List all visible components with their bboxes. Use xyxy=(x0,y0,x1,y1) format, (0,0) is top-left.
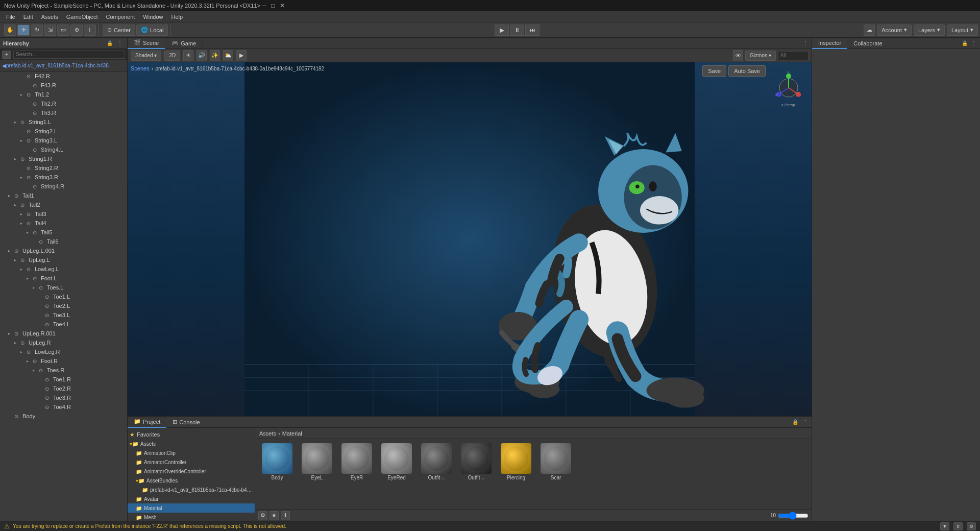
folder-item[interactable]: 📁Mesh xyxy=(128,513,255,521)
asset-item[interactable]: EyeL xyxy=(299,443,335,480)
hierarchy-menu-btn[interactable]: ⋮ xyxy=(116,39,124,47)
hierarchy-item[interactable]: ⊙String4.R xyxy=(0,182,127,191)
shading-dropdown[interactable]: Shaded xyxy=(131,51,161,61)
hierarchy-item[interactable]: ⊙Toe3.R xyxy=(0,393,127,402)
collapse-btn[interactable]: ▼ xyxy=(940,522,949,530)
hierarchy-item[interactable]: ▸⊙UpLeg.L xyxy=(0,255,127,264)
inspector-menu-btn[interactable]: ⋮ xyxy=(970,39,978,47)
asset-item[interactable]: Body xyxy=(259,443,295,480)
asset-item[interactable]: Outfit -. xyxy=(419,443,454,480)
folder-item[interactable]: 📁Avatar xyxy=(128,494,255,503)
tool-rect[interactable]: ▭ xyxy=(57,25,69,36)
scenes-link[interactable]: Scenes xyxy=(131,65,150,71)
gizmos-dropdown[interactable]: Gizmos xyxy=(745,51,776,61)
hierarchy-item[interactable]: ⊙F43.R xyxy=(0,81,127,90)
menu-file[interactable]: File xyxy=(2,13,19,21)
menu-help[interactable]: Help xyxy=(167,13,187,21)
tab-inspector[interactable]: Inspector xyxy=(812,38,847,49)
scene-viewport[interactable]: Scenes › prefab-id-v1_avtr_8161b5ba-71ca… xyxy=(128,62,812,416)
hierarchy-item[interactable]: ▸⊙String1.R xyxy=(0,154,127,163)
fx-btn[interactable]: ✨ xyxy=(210,50,220,61)
status-settings-btn[interactable]: ⚙ xyxy=(967,522,976,530)
folder-item[interactable]: 📁Material xyxy=(128,503,255,513)
folder-item[interactable]: ▾📁Assets xyxy=(128,439,255,448)
hierarchy-item[interactable]: ⊙Toe1.R xyxy=(0,375,127,384)
inspector-lock-btn[interactable]: 🔒 xyxy=(961,39,969,47)
hierarchy-item[interactable]: ⊙Th3.R xyxy=(0,108,127,117)
hierarchy-item[interactable]: ▸⊙UpLeg.R xyxy=(0,338,127,347)
hierarchy-item[interactable]: ▸⊙UpLeg.L.001 xyxy=(0,246,127,255)
asset-item[interactable]: Outfit -. xyxy=(458,443,494,480)
hierarchy-item[interactable]: ⊙Toe4.R xyxy=(0,402,127,412)
minimize-button[interactable]: ─ xyxy=(260,2,267,9)
hierarchy-item[interactable]: ▸⊙LowLeg.L xyxy=(0,264,127,274)
project-lock-btn[interactable]: 🔒 xyxy=(791,418,799,426)
favorites-folder[interactable]: ★ Favorites xyxy=(128,430,255,439)
assets-crumb[interactable]: Assets xyxy=(259,430,276,437)
hierarchy-item[interactable]: ⊙Body xyxy=(0,412,127,421)
tab-scene[interactable]: 🎬 Scene xyxy=(128,38,165,49)
hierarchy-item[interactable]: ▸⊙String3.L xyxy=(0,136,127,145)
hierarchy-lock-btn[interactable]: 🔒 xyxy=(106,39,114,47)
anim-btn[interactable]: ▶ xyxy=(236,50,247,61)
hierarchy-item[interactable]: ⊙Toe4.L xyxy=(0,320,127,329)
hierarchy-item[interactable]: ▸⊙Th1.2 xyxy=(0,90,127,99)
hierarchy-item[interactable]: ⊙Toe2.R xyxy=(0,384,127,393)
hierarchy-item[interactable]: ⊙String2.L xyxy=(0,127,127,136)
menu-edit[interactable]: Edit xyxy=(19,13,37,21)
hierarchy-add-btn[interactable]: + xyxy=(2,51,11,59)
zoom-slider[interactable] xyxy=(778,512,808,519)
hierarchy-item[interactable]: ⊙Th2.R xyxy=(0,99,127,108)
hierarchy-search-input[interactable] xyxy=(13,51,125,59)
hierarchy-item[interactable]: ⊙Toe2.L xyxy=(0,301,127,310)
project-menu-btn[interactable]: ⋮ xyxy=(801,418,810,426)
hierarchy-item[interactable]: ⊙String2.R xyxy=(0,163,127,173)
scene-search-input[interactable] xyxy=(778,51,808,60)
pause-errors-btn[interactable]: ⏸ xyxy=(953,522,963,530)
tool-hand[interactable]: ✋ xyxy=(4,25,16,36)
tool-move[interactable]: ✛ xyxy=(17,25,30,36)
audio-btn[interactable]: 🔊 xyxy=(197,50,207,61)
hierarchy-item[interactable]: ▸⊙String3.R xyxy=(0,173,127,182)
asset-settings-btn[interactable]: ⚙ xyxy=(258,511,267,520)
hierarchy-item[interactable]: ▸⊙UpLeg.R.001 xyxy=(0,329,127,338)
2d-toggle[interactable]: 2D xyxy=(164,51,180,61)
menu-window[interactable]: Window xyxy=(139,13,167,21)
material-crumb[interactable]: Material xyxy=(282,430,302,437)
tab-console[interactable]: ⊞ Console xyxy=(166,417,206,428)
tool-universal[interactable]: ⊕ xyxy=(70,25,83,36)
hierarchy-item[interactable]: ▸⊙Tail2 xyxy=(0,200,127,209)
tool-rotate[interactable]: ↻ xyxy=(31,25,43,36)
hierarchy-item[interactable]: ⊙F42.R xyxy=(0,71,127,81)
folder-item[interactable]: 📁prefab-id-v1_avtr_8161b5ba-71ca-4cbc-b4… xyxy=(128,485,255,494)
pause-button[interactable]: ⏸ xyxy=(510,25,524,36)
asset-item[interactable]: Scar xyxy=(538,443,574,480)
asset-star-btn[interactable]: ★ xyxy=(270,511,279,520)
hide-btn[interactable]: 👁 xyxy=(733,50,743,61)
tab-project[interactable]: 📁 Project xyxy=(128,417,166,428)
hierarchy-item[interactable]: ▸⊙Toes.R xyxy=(0,366,127,375)
folder-item[interactable]: 📁AnimationClip xyxy=(128,448,255,457)
tab-game[interactable]: 🎮 Game xyxy=(165,38,203,49)
close-button[interactable]: ✕ xyxy=(279,2,286,9)
hierarchy-item[interactable]: ▸⊙String1.L xyxy=(0,117,127,127)
menu-assets[interactable]: Assets xyxy=(37,13,62,21)
folder-item[interactable]: ▾📁AssetBundles xyxy=(128,476,255,485)
tool-scale[interactable]: ⇲ xyxy=(44,25,56,36)
back-arrow-icon[interactable]: ◀ xyxy=(2,63,6,68)
hierarchy-item[interactable]: ▸⊙Tail5 xyxy=(0,228,127,237)
asset-item[interactable]: Piercing xyxy=(498,443,534,480)
tool-custom[interactable]: ⁞ xyxy=(84,25,96,36)
scene-view-menu-btn[interactable]: ⋮ xyxy=(801,39,810,47)
menu-gameobject[interactable]: GameObject xyxy=(62,13,102,21)
lighting-btn[interactable]: ☀ xyxy=(183,50,193,61)
menu-component[interactable]: Component xyxy=(102,13,139,21)
sky-btn[interactable]: ⛅ xyxy=(223,50,233,61)
asset-info-btn[interactable]: ℹ xyxy=(281,511,290,520)
layout-dropdown[interactable]: Layout xyxy=(947,25,978,36)
hierarchy-item[interactable]: ⊙Toe1.L xyxy=(0,292,127,301)
hierarchy-item[interactable]: ⊙String4.L xyxy=(0,145,127,154)
cloud-icon-btn[interactable]: ☁ xyxy=(864,25,875,36)
hierarchy-item[interactable]: ▸⊙LowLeg.R xyxy=(0,347,127,356)
maximize-button[interactable]: □ xyxy=(270,2,277,9)
